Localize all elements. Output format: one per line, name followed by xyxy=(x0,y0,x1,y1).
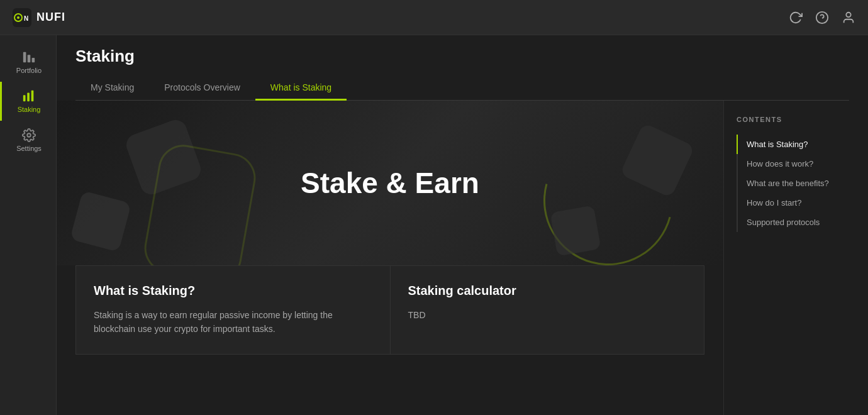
card-what-is-staking-text: Staking is a way to earn regular passive… xyxy=(94,308,372,336)
sidebar: Portfolio Staking Settings xyxy=(0,35,57,415)
svg-rect-12 xyxy=(31,91,34,101)
svg-rect-9 xyxy=(32,58,35,62)
scroll-area: Stake & Earn What is Staking? Staking is… xyxy=(57,101,868,415)
tabs: My Staking Protocols Overview What is St… xyxy=(75,76,849,101)
sidebar-item-settings-label: Settings xyxy=(16,145,42,152)
page-content: Staking My Staking Protocols Overview Wh… xyxy=(57,35,868,415)
sidebar-item-settings[interactable]: Settings xyxy=(0,121,56,160)
svg-rect-10 xyxy=(23,95,26,101)
page-title: Staking xyxy=(75,47,849,66)
contents-heading: CONTENTS xyxy=(737,116,855,123)
logo-text: NUFI xyxy=(36,11,65,24)
refresh-icon[interactable] xyxy=(789,11,803,25)
main-layout: Portfolio Staking Settings Staking My St… xyxy=(0,35,868,415)
hero-shape-1 xyxy=(123,117,204,197)
portfolio-icon xyxy=(22,50,36,64)
svg-point-6 xyxy=(846,12,850,16)
sidebar-item-portfolio[interactable]: Portfolio xyxy=(0,43,56,82)
svg-text:N: N xyxy=(24,15,28,22)
contents-item-what-are-the-benefits[interactable]: What are the benefits? xyxy=(737,174,855,193)
sidebar-item-staking[interactable]: Staking xyxy=(0,82,56,121)
topnav-actions xyxy=(789,11,855,25)
hero-shape-4 xyxy=(550,205,601,256)
contents-item-how-do-i-start[interactable]: How do I start? xyxy=(737,193,855,213)
svg-point-2 xyxy=(17,16,19,19)
page-header: Staking My Staking Protocols Overview Wh… xyxy=(57,35,868,101)
settings-icon xyxy=(22,128,36,142)
tab-protocols-overview[interactable]: Protocols Overview xyxy=(149,76,255,101)
card-staking-calculator-title: Staking calculator xyxy=(408,284,687,298)
contents-items: What is Staking? How does it work? What … xyxy=(737,135,855,232)
main-panel: Stake & Earn What is Staking? Staking is… xyxy=(57,101,723,415)
hero-shape-2 xyxy=(70,191,131,252)
cards-section: What is Staking? Staking is a way to ear… xyxy=(57,265,723,355)
svg-rect-8 xyxy=(28,55,31,62)
hero-title: Stake & Earn xyxy=(301,166,479,200)
contents-item-supported-protocols[interactable]: Supported protocols xyxy=(737,213,855,232)
card-staking-calculator-text: TBD xyxy=(408,308,687,322)
card-what-is-staking-title: What is Staking? xyxy=(94,284,372,298)
tab-my-staking[interactable]: My Staking xyxy=(75,76,149,101)
staking-icon xyxy=(22,89,36,103)
account-icon[interactable] xyxy=(842,11,855,25)
help-icon[interactable] xyxy=(815,11,829,25)
svg-point-13 xyxy=(27,133,31,137)
sidebar-item-portfolio-label: Portfolio xyxy=(16,67,42,74)
hero-shape-3 xyxy=(620,123,695,198)
tab-what-is-staking[interactable]: What is Staking xyxy=(255,76,347,101)
hero-banner: Stake & Earn xyxy=(57,101,723,265)
contents-item-what-is-staking[interactable]: What is Staking? xyxy=(737,135,855,154)
svg-rect-7 xyxy=(23,52,26,63)
card-staking-calculator: Staking calculator TBD xyxy=(390,265,705,355)
logo: N NUFI xyxy=(13,8,65,27)
nufi-logo-icon: N xyxy=(13,8,31,27)
topnav: N NUFI xyxy=(0,0,868,35)
contents-item-how-does-it-work[interactable]: How does it work? xyxy=(737,154,855,174)
contents-panel: CONTENTS What is Staking? How does it wo… xyxy=(723,101,868,415)
svg-rect-11 xyxy=(27,93,30,102)
sidebar-item-staking-label: Staking xyxy=(18,106,41,113)
card-what-is-staking: What is Staking? Staking is a way to ear… xyxy=(75,265,390,355)
